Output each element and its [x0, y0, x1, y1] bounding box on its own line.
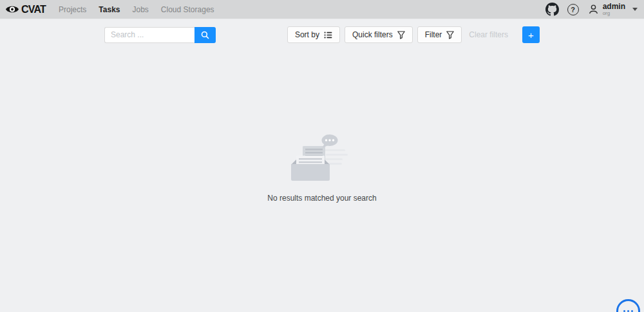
main-nav: Projects Tasks Jobs Cloud Storages: [57, 3, 216, 17]
user-text: admin org: [603, 3, 625, 16]
tasks-page: Sort by Quick filters Fi: [104, 19, 540, 203]
add-task-button[interactable]: +: [522, 26, 540, 43]
github-icon[interactable]: [545, 3, 559, 16]
quick-filters-button[interactable]: Quick filters: [345, 26, 413, 43]
list-sort-icon: [324, 31, 332, 39]
filter-button[interactable]: Filter: [417, 26, 462, 43]
nav-item-tasks[interactable]: Tasks: [97, 3, 121, 17]
logo-text: CVAT: [21, 4, 46, 15]
tasks-toolbar: Sort by Quick filters Fi: [104, 19, 540, 43]
cvat-eye-icon: [5, 4, 19, 15]
search-group: [104, 27, 216, 43]
sort-by-label: Sort by: [295, 30, 319, 39]
search-icon: [201, 31, 209, 39]
filter-funnel-icon: [446, 31, 454, 39]
clear-filters-link: Clear filters: [469, 30, 508, 39]
chevron-down-icon: [632, 8, 638, 11]
empty-inbox-illustration: [290, 133, 354, 187]
nav-item-jobs[interactable]: Jobs: [131, 3, 149, 17]
search-button[interactable]: [194, 27, 216, 43]
nav-item-projects[interactable]: Projects: [57, 3, 88, 17]
user-name: admin: [603, 3, 625, 11]
nav-item-cloud-storages[interactable]: Cloud Storages: [160, 3, 216, 17]
quick-filters-label: Quick filters: [352, 30, 393, 39]
chat-widget-button[interactable]: [616, 299, 640, 312]
app-header: CVAT Projects Tasks Jobs Cloud Storages …: [0, 0, 644, 19]
empty-state-message: No results matched your search: [104, 194, 540, 203]
filter-label: Filter: [425, 30, 442, 39]
empty-state: No results matched your search: [104, 133, 540, 203]
user-org: org: [603, 11, 625, 16]
help-icon[interactable]: ?: [567, 4, 579, 15]
sort-by-button[interactable]: Sort by: [287, 26, 340, 43]
cvat-logo[interactable]: CVAT: [5, 4, 46, 15]
filter-controls: Sort by Quick filters Fi: [287, 26, 540, 43]
user-icon: [587, 3, 600, 15]
user-menu[interactable]: admin org: [587, 3, 638, 16]
header-right: ? admin org: [545, 3, 638, 16]
search-input[interactable]: [104, 27, 194, 43]
filter-funnel-icon: [397, 31, 405, 39]
